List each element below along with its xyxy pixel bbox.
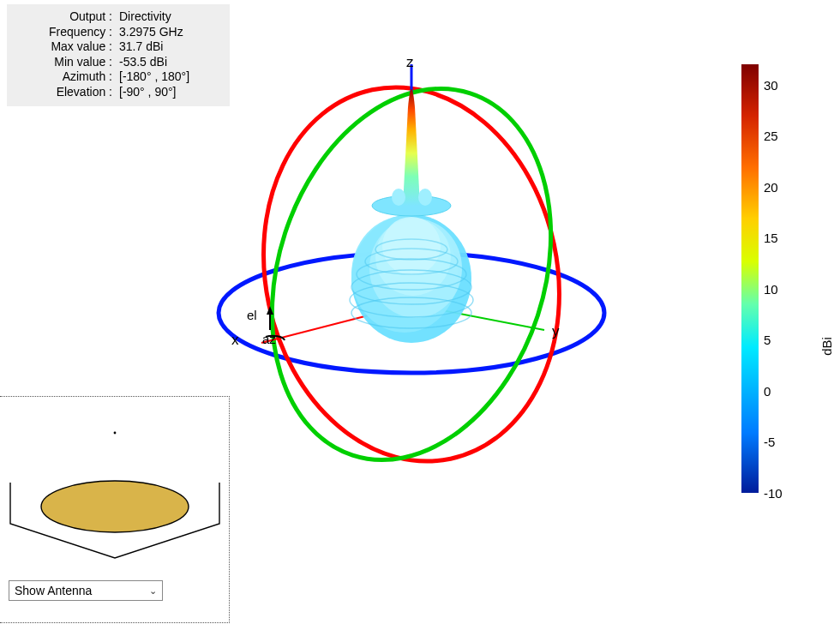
svg-point-14	[418, 189, 432, 206]
ground-top-dot	[114, 432, 117, 435]
info-label: Output :	[17, 9, 116, 25]
info-value: Directivity	[116, 9, 171, 25]
info-row-output: Output : Directivity	[17, 9, 219, 25]
info-row-frequency: Frequency : 3.2975 GHz	[17, 25, 219, 40]
info-value: [-90° , 90°]	[116, 85, 176, 100]
svg-point-4	[382, 217, 441, 275]
colorbar-tick: 20	[764, 179, 778, 194]
axis-label-x: x	[231, 332, 239, 349]
show-antenna-dropdown[interactable]: Show Antenna ⌄	[9, 580, 163, 601]
info-value: 31.7 dBi	[116, 39, 163, 55]
plot-svg	[180, 56, 660, 510]
colorbar-tick: 0	[764, 383, 771, 398]
colorbar-tick: -5	[764, 435, 775, 449]
axis-label-y: y	[552, 323, 560, 340]
show-antenna-value: Show Antenna	[15, 584, 92, 597]
colorbar-gradient	[741, 64, 759, 493]
colorbar-unit-label: dBi	[820, 337, 835, 356]
colorbar-tick: 15	[764, 231, 778, 245]
info-value: -53.5 dBi	[116, 55, 167, 70]
info-label: Azimuth :	[17, 69, 116, 85]
colorbar: 302520151050-5-10	[741, 51, 819, 506]
colorbar-ticks: 302520151050-5-10	[759, 51, 801, 506]
axis-label-az: az	[262, 332, 276, 346]
radiation-pattern-body	[350, 195, 473, 343]
colorbar-tick: 25	[764, 129, 778, 143]
antenna-patch	[41, 481, 189, 532]
info-value: [-180° , 180°]	[116, 69, 189, 85]
radiation-pattern-3d-plot[interactable]: z x y az el	[180, 56, 660, 510]
info-label: Frequency :	[17, 25, 116, 40]
axis-label-z: z	[406, 54, 414, 71]
chevron-down-icon: ⌄	[149, 585, 157, 597]
info-label: Min value :	[17, 55, 116, 70]
colorbar-tick: 5	[764, 333, 771, 347]
colorbar-tick: 10	[764, 281, 778, 296]
colorbar-tick: 30	[764, 77, 778, 92]
svg-point-13	[392, 189, 405, 206]
antenna-inset-panel: Show Antenna ⌄	[0, 396, 230, 623]
info-label: Max value :	[17, 39, 116, 55]
main-lobe-spike	[392, 89, 432, 206]
info-row-max: Max value : 31.7 dBi	[17, 39, 219, 55]
info-label: Elevation :	[17, 85, 116, 100]
info-value: 3.2975 GHz	[116, 25, 183, 40]
axis-label-el: el	[247, 308, 257, 322]
colorbar-tick: -10	[764, 486, 783, 501]
